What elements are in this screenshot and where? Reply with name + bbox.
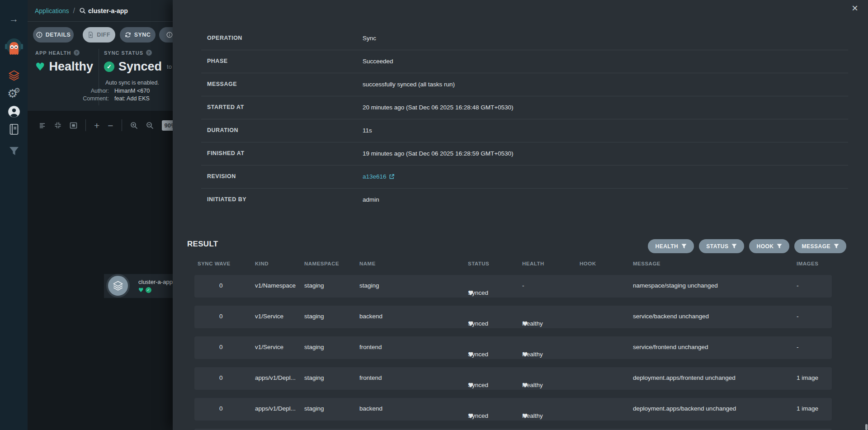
status-text: Synced: [468, 351, 488, 358]
settings-nav-icon[interactable]: ⚙⚙: [0, 86, 28, 101]
help-icon[interactable]: ?: [146, 50, 152, 56]
table-row[interactable]: 0 v1/Service staging frontend ♥ Synced ♥…: [194, 336, 832, 359]
magnifier-plus-icon[interactable]: [130, 122, 138, 129]
application-node-icon[interactable]: [106, 274, 130, 298]
field-row: STARTED AT 20 minutes ago (Sat Dec 06 20…: [201, 96, 848, 119]
resource-graph: + − 90% cluster-a-app: [28, 111, 173, 430]
cell-namespace: staging: [304, 374, 324, 381]
status-text: Synced: [468, 382, 488, 388]
hook-filter-button[interactable]: HOOK: [749, 239, 789, 253]
cell-kind: apps/v1/Depl...: [255, 405, 296, 412]
scrollbar-thumb[interactable]: [865, 424, 868, 430]
toolbar-separator: [122, 119, 122, 131]
table-row[interactable]: 0 apps/v1/Depl... staging frontend ♥ Syn…: [194, 367, 832, 390]
cell-kind: v1/Service: [255, 344, 283, 350]
diff-button-label: DIFF: [97, 32, 110, 38]
images-link[interactable]: 1 image: [797, 405, 818, 412]
applications-nav-icon[interactable]: [0, 68, 28, 83]
user-nav-icon[interactable]: [0, 105, 28, 118]
message-filter-button[interactable]: MESSAGE: [794, 239, 846, 253]
column-hook: HOOK: [580, 261, 596, 266]
synced-check-icon: ✓: [104, 61, 114, 72]
application-node[interactable]: cluster-a-app ♥ ✓: [104, 274, 173, 298]
sync-status-label: SYNC STATUS ?: [104, 50, 152, 56]
app-health-label-text: APP HEALTH: [35, 50, 71, 56]
field-label: STARTED AT: [207, 104, 244, 110]
comment-label: Comment:: [73, 95, 109, 102]
table-row[interactable]: 0 v1/Service staging backend ♥ Synced ♥ …: [194, 306, 832, 328]
field-label: INITIATED BY: [207, 196, 246, 203]
field-value: successfully synced (all tasks run): [363, 81, 455, 88]
column-images: IMAGES: [797, 261, 818, 266]
sync-status-text: Synced: [118, 60, 162, 74]
app-health-label: APP HEALTH ?: [35, 50, 80, 56]
health-text: Healthy: [522, 320, 543, 327]
close-icon[interactable]: ×: [852, 3, 858, 14]
zoom-out-minus-button[interactable]: −: [108, 121, 113, 130]
cell-sync-wave: 0: [219, 313, 223, 320]
zoom-in-plus-button[interactable]: +: [94, 121, 99, 130]
cell-message: namespace/staging unchanged: [633, 282, 718, 289]
details-button[interactable]: DETAILS: [33, 27, 74, 43]
fit-to-screen-icon[interactable]: [70, 122, 77, 129]
column-sync-wave: SYNC WAVE: [198, 261, 231, 266]
sync-status-button[interactable]: S: [159, 27, 173, 43]
field-row: DURATION 11s: [201, 119, 848, 142]
table-row[interactable]: 0 v1/Namespace staging staging ♥ Synced …: [194, 275, 832, 298]
health-text: Healthy: [522, 412, 543, 419]
column-name: NAME: [359, 261, 376, 266]
sync-button[interactable]: SYNC: [120, 27, 156, 43]
sidebar-expand-icon[interactable]: →: [0, 14, 28, 24]
breadcrumb-applications-link[interactable]: Applications: [35, 7, 69, 14]
field-value: 11s: [363, 127, 372, 134]
magnifier-minus-icon[interactable]: [146, 122, 154, 129]
field-label: MESSAGE: [207, 81, 237, 87]
search-icon: [79, 7, 86, 14]
cell-kind: v1/Service: [255, 313, 283, 320]
diff-button[interactable]: DIFF: [83, 27, 115, 43]
filter-label: HOOK: [756, 243, 774, 250]
cell-namespace: staging: [304, 282, 324, 289]
column-namespace: NAMESPACE: [304, 261, 339, 266]
field-label: DURATION: [207, 127, 238, 133]
funnel-icon: [777, 244, 782, 249]
column-health: HEALTH: [522, 261, 544, 266]
cell-kind: apps/v1/Depl...: [255, 374, 296, 381]
cell-name: frontend: [359, 374, 382, 381]
result-heading: RESULT: [187, 240, 218, 249]
zoom-level-badge[interactable]: 90%: [162, 120, 173, 131]
comment-value: feat: Add EKS: [114, 95, 150, 102]
cell-message: service/frontend unchanged: [633, 344, 708, 350]
cell-kind: v1/Namespace: [255, 282, 296, 289]
health-filter-button[interactable]: HEALTH: [648, 239, 694, 253]
cell-images: -: [797, 344, 799, 350]
status-text: Synced: [468, 320, 488, 327]
cell-images: -: [797, 313, 799, 320]
argocd-app: → ⚙⚙: [0, 0, 868, 430]
images-link[interactable]: 1 image: [797, 374, 818, 381]
graph-toolbar: + − 90%: [38, 118, 173, 132]
breadcrumb-app-name: cluster-a-app: [88, 7, 128, 14]
filter-label: MESSAGE: [802, 243, 830, 250]
field-value: Succeeded: [363, 58, 393, 65]
column-message: MESSAGE: [633, 261, 660, 266]
status-filter-button[interactable]: STATUS: [699, 239, 744, 253]
help-icon[interactable]: ?: [74, 50, 80, 56]
cell-images: -: [797, 282, 799, 289]
cell-name: backend: [359, 313, 382, 320]
filter-nav-icon[interactable]: [0, 145, 28, 157]
docs-nav-icon[interactable]: [0, 123, 28, 136]
revision-link[interactable]: a13e616: [363, 173, 395, 180]
layout-icon[interactable]: [38, 122, 46, 129]
compress-icon[interactable]: [54, 122, 61, 129]
external-link-icon: [389, 174, 395, 180]
table-row[interactable]: 0 apps/v1/Depl... staging backend ♥ Sync…: [194, 398, 832, 421]
author-label: Author:: [73, 88, 109, 94]
cell-namespace: staging: [304, 344, 324, 350]
auto-sync-note: Auto sync is enabled.: [105, 80, 159, 86]
funnel-icon: [834, 244, 839, 249]
field-value: 19 minutes ago (Sat Dec 06 2025 16:28:59…: [363, 150, 514, 157]
sync-status-label-text: SYNC STATUS: [104, 50, 143, 56]
status-text: Synced: [468, 412, 488, 419]
sync-details-panel: × OPERATION Sync PHASE Succeeded MESSAGE…: [173, 0, 868, 430]
